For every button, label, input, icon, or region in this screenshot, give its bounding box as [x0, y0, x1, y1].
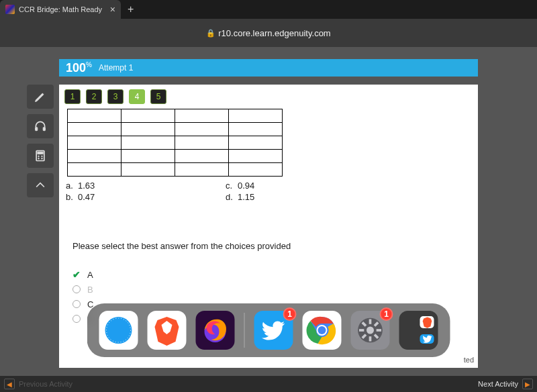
brave-icon: [153, 314, 181, 346]
pencil-tool[interactable]: [27, 85, 54, 109]
dock-separator: [244, 313, 245, 348]
headphones-icon: [34, 119, 47, 133]
svg-point-4: [38, 156, 40, 157]
app-settings[interactable]: 1: [351, 311, 390, 350]
attempt-label: Attempt 1: [99, 63, 133, 72]
badge: 1: [283, 307, 297, 321]
ans-a-val: 1.63: [78, 181, 118, 191]
svg-rect-3: [38, 152, 43, 154]
choice-b[interactable]: B: [72, 282, 478, 297]
app-chrome[interactable]: [303, 311, 342, 350]
badge: 1: [380, 307, 393, 321]
page-viewport: 100% Attempt 1 1 2 3 4 5: [0, 47, 537, 376]
app-safari[interactable]: [99, 311, 138, 350]
chevron-left-icon: ◀: [4, 379, 15, 389]
svg-rect-0: [36, 128, 38, 131]
prev-activity-button[interactable]: ◀ Previous Activity: [4, 379, 72, 389]
bottom-nav: ◀ Previous Activity Next Activity ▶: [0, 376, 537, 392]
folder-mini-brave: [420, 316, 434, 328]
ans-a-label: a.: [66, 181, 78, 191]
app-firefox[interactable]: [196, 311, 235, 350]
next-activity-label: Next Activity: [478, 380, 518, 388]
chevron-up-icon: [34, 179, 47, 192]
svg-point-18: [367, 327, 374, 334]
question-nav: 1 2 3 4 5: [59, 84, 172, 111]
ans-d-val: 1.15: [238, 192, 278, 202]
close-icon[interactable]: ×: [110, 4, 115, 15]
score-percent: 100%: [66, 61, 92, 75]
question-nav-1[interactable]: 1: [64, 89, 81, 104]
audio-tool[interactable]: [27, 114, 54, 138]
app-twitter[interactable]: 1: [254, 311, 293, 350]
prev-activity-label: Previous Activity: [19, 380, 72, 388]
address-bar[interactable]: 🔒 r10.core.learn.edgenuity.com: [0, 19, 537, 47]
data-table: [67, 109, 283, 177]
choice-a[interactable]: ✔ A: [72, 267, 478, 282]
ans-c-val: 0.94: [238, 181, 278, 191]
ans-b-label: b.: [66, 192, 78, 202]
svg-point-8: [105, 317, 132, 344]
twitter-icon: [262, 318, 286, 342]
lock-icon: 🔒: [206, 29, 215, 38]
ans-d-label: d.: [226, 192, 238, 202]
svg-point-5: [42, 156, 43, 157]
new-tab-button[interactable]: +: [121, 0, 140, 19]
choice-a-label: A: [87, 270, 93, 280]
svg-point-16: [318, 326, 326, 334]
firefox-icon: [199, 314, 232, 346]
choice-b-label: B: [87, 285, 93, 295]
svg-rect-22: [377, 329, 381, 332]
partial-text: ted: [464, 356, 474, 364]
radio-icon: [72, 300, 81, 308]
ans-c-label: c.: [226, 181, 238, 191]
tool-sidebar: [27, 85, 54, 197]
question-nav-3[interactable]: 3: [107, 89, 124, 104]
check-icon: ✔: [72, 269, 81, 280]
browser-tab[interactable]: CCR Bridge: Math Ready ×: [0, 0, 121, 19]
app-folder[interactable]: [399, 311, 438, 350]
tab-favicon: [5, 5, 15, 14]
dock: 1 1: [87, 303, 450, 357]
svg-rect-1: [43, 128, 45, 131]
question-nav-2[interactable]: 2: [86, 89, 102, 104]
gear-icon: [356, 315, 385, 345]
chrome-icon: [306, 314, 338, 346]
pencil-icon: [34, 90, 47, 103]
radio-icon: [72, 285, 81, 293]
svg-rect-19: [369, 320, 372, 324]
tab-title: CCR Bridge: Math Ready: [19, 5, 106, 13]
folder-mini-twitter: [420, 334, 434, 344]
app-brave[interactable]: [148, 311, 187, 350]
question-nav-4[interactable]: 4: [129, 89, 145, 104]
url-text: r10.core.learn.edgenuity.com: [218, 28, 330, 38]
next-activity-button[interactable]: Next Activity ▶: [478, 379, 533, 389]
score-header: 100% Attempt 1: [59, 59, 478, 77]
question-nav-5[interactable]: 5: [150, 89, 166, 104]
svg-point-6: [38, 158, 40, 159]
svg-rect-20: [369, 336, 372, 341]
calculator-tool[interactable]: [27, 144, 54, 168]
svg-rect-21: [359, 329, 364, 332]
answer-values: a.1.63 b.0.47 c.0.94 d.1.15: [66, 181, 478, 202]
collapse-tool[interactable]: [27, 173, 54, 197]
calculator-icon: [34, 149, 47, 162]
svg-point-7: [42, 158, 43, 159]
question-prompt: Please select the best answer from the c…: [72, 241, 478, 251]
chevron-right-icon: ▶: [522, 379, 533, 389]
radio-icon: [72, 315, 81, 323]
browser-tab-strip: CCR Bridge: Math Ready × +: [0, 0, 537, 19]
safari-icon: [103, 314, 135, 346]
ans-b-val: 0.47: [78, 192, 118, 202]
